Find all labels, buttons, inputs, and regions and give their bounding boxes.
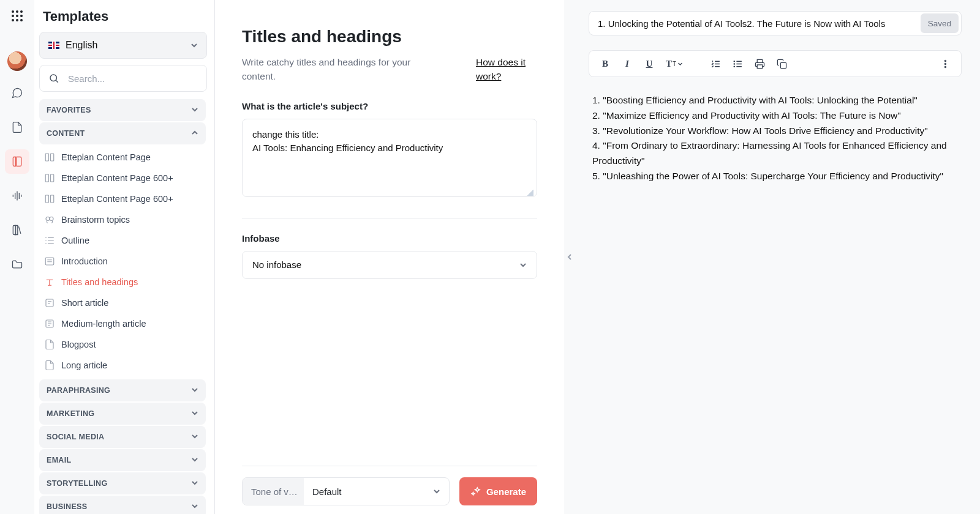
template-item[interactable]: Short article xyxy=(39,292,206,313)
search-box[interactable] xyxy=(39,65,207,92)
infobase-label: Infobase xyxy=(242,233,537,244)
search-input[interactable] xyxy=(68,73,198,84)
svg-rect-4 xyxy=(51,174,54,182)
underline-button[interactable]: U xyxy=(641,55,658,72)
template-item[interactable]: Brainstorm topics xyxy=(39,209,206,230)
chevron-down-icon xyxy=(191,456,198,463)
outline-icon xyxy=(44,235,55,246)
voice-icon[interactable] xyxy=(5,184,29,208)
resize-handle-icon[interactable] xyxy=(527,190,533,196)
template-item-label: Etteplan Content Page 600+ xyxy=(61,194,173,204)
short-icon xyxy=(44,297,55,308)
medium-icon xyxy=(44,318,55,329)
chevron-down-icon xyxy=(191,502,198,510)
language-select[interactable]: English xyxy=(39,32,207,59)
output-text[interactable]: 1. "Boosting Efficiency and Productivity… xyxy=(589,93,962,184)
magic-wand-icon xyxy=(470,486,481,497)
template-item-label: Etteplan Content Page 600+ xyxy=(61,173,173,183)
editor-toolbar: B I U TT xyxy=(589,50,962,77)
svg-rect-1 xyxy=(45,154,48,161)
language-value: English xyxy=(66,40,184,51)
template-title: Titles and headings xyxy=(242,27,537,47)
template-item-label: Medium-length article xyxy=(61,319,146,329)
doc-icon xyxy=(44,339,55,350)
italic-button[interactable]: I xyxy=(619,55,636,72)
sidebar-title: Templates xyxy=(39,5,207,32)
template-item[interactable]: Introduction xyxy=(39,251,206,272)
more-menu-button[interactable] xyxy=(937,55,954,72)
flag-icon xyxy=(48,42,59,49)
copy-button[interactable] xyxy=(773,55,790,72)
document-icon[interactable] xyxy=(5,115,29,140)
template-item-label: Short article xyxy=(61,298,108,308)
chevron-down-icon xyxy=(191,409,198,417)
svg-rect-6 xyxy=(51,195,54,203)
template-item[interactable]: Etteplan Content Page 600+ xyxy=(39,168,206,188)
tone-select[interactable]: Tone of v… Default xyxy=(242,477,450,505)
form-footer: Tone of v… Default Generate xyxy=(242,466,537,514)
ordered-list-button[interactable] xyxy=(707,55,724,72)
svg-point-17 xyxy=(944,60,946,61)
category-social-media[interactable]: Social Media xyxy=(39,426,206,448)
collapse-output-panel[interactable] xyxy=(564,0,575,514)
divider xyxy=(242,218,537,218)
category-paraphrasing[interactable]: Paraphrasing xyxy=(39,379,206,401)
output-line: 4. "From Ordinary to Extraordinary: Harn… xyxy=(592,138,958,169)
category-business[interactable]: Business xyxy=(39,496,206,514)
text-style-dropdown[interactable]: TT xyxy=(663,55,686,72)
template-item-label: Etteplan Content Page xyxy=(61,152,151,162)
templates-icon[interactable] xyxy=(5,149,29,174)
category-storytelling[interactable]: Storytelling xyxy=(39,472,206,494)
generate-button[interactable]: Generate xyxy=(459,477,537,505)
output-line: 5. "Unleashing the Power of AI Tools: Su… xyxy=(592,169,958,184)
template-item-label: Introduction xyxy=(61,256,108,266)
svg-rect-5 xyxy=(45,195,48,203)
template-item[interactable]: Outline xyxy=(39,230,206,251)
chevron-down-icon xyxy=(190,42,198,49)
chevron-left-icon xyxy=(566,253,573,261)
library-icon[interactable] xyxy=(5,218,29,242)
svg-rect-15 xyxy=(757,64,763,68)
doc-icon xyxy=(44,360,55,371)
bold-button[interactable]: B xyxy=(597,55,614,72)
page-icon xyxy=(44,193,55,204)
output-line: 1. "Boosting Efficiency and Productivity… xyxy=(592,93,958,108)
category-email[interactable]: Email xyxy=(39,449,206,471)
template-form-panel: Titles and headings Write catchy titles … xyxy=(215,0,564,514)
svg-rect-10 xyxy=(46,299,53,307)
svg-rect-3 xyxy=(45,174,48,182)
svg-point-7 xyxy=(46,217,50,221)
template-item[interactable]: Blogpost xyxy=(39,334,206,355)
chevron-down-icon xyxy=(519,261,527,269)
svg-rect-16 xyxy=(780,62,786,68)
sidebar: Templates English Favorites Content Ette… xyxy=(34,0,215,514)
chevron-down-icon xyxy=(191,433,198,440)
svg-point-14 xyxy=(734,66,734,67)
template-item[interactable]: Long article xyxy=(39,355,206,376)
folder-icon[interactable] xyxy=(5,252,29,277)
category-content[interactable]: Content xyxy=(39,122,206,144)
template-item[interactable]: Etteplan Content Page 600+ xyxy=(39,188,206,209)
svg-point-19 xyxy=(944,66,946,67)
svg-point-8 xyxy=(50,217,53,221)
unordered-list-button[interactable] xyxy=(729,55,746,72)
print-button[interactable] xyxy=(751,55,768,72)
template-item[interactable]: Titles and headings xyxy=(39,272,206,292)
template-categories-scroll[interactable]: Favorites Content Etteplan Content PageE… xyxy=(39,99,207,514)
subject-textarea[interactable] xyxy=(242,119,537,197)
template-item-label: Blogpost xyxy=(61,340,96,349)
doc-title-input[interactable] xyxy=(598,18,921,29)
infobase-select[interactable]: No infobase xyxy=(242,251,537,279)
how-does-it-work-link[interactable]: How does it work? xyxy=(476,55,537,84)
tone-value: Default xyxy=(312,486,433,497)
chat-icon[interactable] xyxy=(5,81,29,105)
category-favorites[interactable]: Favorites xyxy=(39,99,206,121)
template-item[interactable]: Medium-length article xyxy=(39,313,206,334)
template-item[interactable]: Etteplan Content Page xyxy=(39,147,206,168)
template-item-label: Long article xyxy=(61,360,107,370)
avatar[interactable] xyxy=(7,51,27,71)
template-description: Write catchy titles and headings for you… xyxy=(242,55,426,84)
category-marketing[interactable]: Marketing xyxy=(39,403,206,425)
page-icon xyxy=(44,173,55,184)
chevron-down-icon xyxy=(191,479,198,486)
